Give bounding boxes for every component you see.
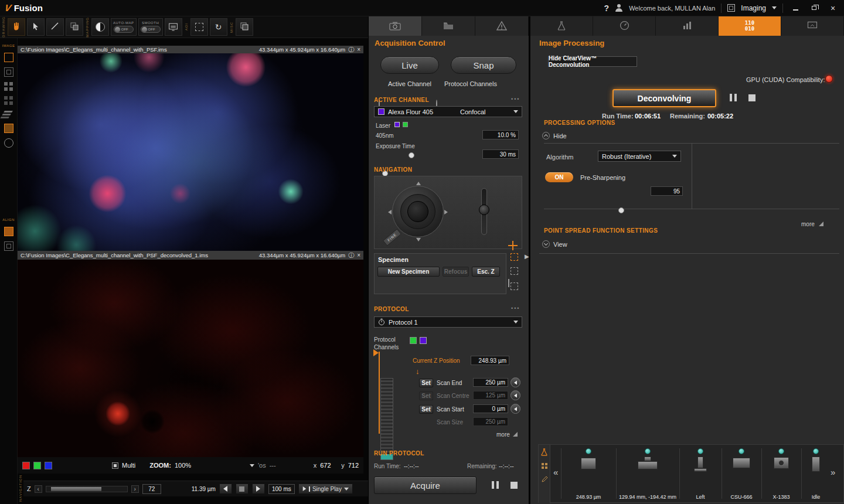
tab-acquisition[interactable] [369,16,422,36]
refocus-button[interactable]: Refocus [443,267,469,277]
display-levels-button[interactable] [165,18,182,36]
hide-clearview-button[interactable]: Hide ClearView™ Deconvolution [548,56,637,67]
viewport1-image[interactable] [18,53,363,251]
devices-scroll-right[interactable]: » [831,467,835,477]
scan-end-set-button[interactable]: Set [419,379,433,387]
scan-end-goto-button[interactable] [511,377,520,387]
tab-histogram[interactable] [656,16,719,36]
viewport2-info-icon[interactable]: ⓘ [348,251,354,260]
hand-tool-button[interactable] [8,18,25,36]
red-channel-swatch[interactable] [22,462,30,469]
smooth-toggle[interactable]: SMOOTH OFF [138,18,163,36]
zoom-value[interactable]: 100% [175,462,191,469]
auto-map-switch[interactable]: OFF [114,26,134,33]
acquire-pause-button[interactable] [492,481,499,489]
escape-z-button[interactable]: Esc. Z [472,267,500,277]
hide-options-icon[interactable] [542,132,550,139]
workspace-dropdown-arrow[interactable] [772,6,777,9]
restore-button[interactable] [808,3,821,13]
device-filter-wheel[interactable]: X-1383 [763,448,800,500]
edit-tool-icon[interactable] [541,476,548,484]
fine-mode-flag[interactable]: FINE [383,229,401,246]
laser-purple-swatch[interactable] [394,122,400,127]
scan-start-goto-button[interactable] [511,404,520,414]
joystick-down-arrow[interactable] [416,238,421,241]
view-psf-icon[interactable] [542,240,550,248]
roi-frame-icon[interactable] [511,253,518,261]
presharpening-toggle[interactable]: ON [545,172,573,182]
viewport1-info-icon[interactable]: ⓘ [348,46,354,54]
xy-joystick[interactable] [392,186,444,237]
z-jog-knob[interactable] [479,205,489,215]
z-index-value[interactable]: 72 [142,484,161,494]
z-slider-handle[interactable] [51,487,101,491]
blue-channel-swatch[interactable] [45,462,52,469]
devices-scroll-left[interactable]: « [553,467,558,477]
roi-frame2-icon[interactable] [511,267,518,275]
z-play-backward-button[interactable] [219,483,232,494]
aoi-select-button[interactable] [190,18,208,36]
view-rotate-button[interactable] [4,138,13,148]
active-channel-menu-icon[interactable]: ••• [511,96,520,102]
psf-more-link[interactable]: more [801,221,815,227]
scan-end-value[interactable]: 250 µm [473,378,508,387]
acquire-button[interactable]: Acquire [374,476,477,494]
line-tool-button[interactable] [46,18,64,36]
tab-display-export[interactable] [781,16,844,36]
tab-sample[interactable] [530,16,593,36]
view-3d-button[interactable] [4,124,13,133]
layout-tool-icon[interactable] [541,462,548,471]
joystick-knob[interactable] [407,201,428,222]
presharpening-knob[interactable] [618,207,624,213]
laser-power-knob[interactable] [409,152,414,158]
snap-button[interactable]: Snap [451,56,516,74]
psf-more-triangle-icon[interactable] [819,222,823,226]
laser-power-value[interactable]: 10.0 % [482,130,519,139]
scan-start-value[interactable]: 0 µm [473,404,508,413]
panel-collapse-arrow[interactable]: ▶ [525,253,529,260]
protocol-more-link[interactable]: more [496,431,510,438]
more-triangle-icon[interactable] [513,432,518,437]
acquire-stop-button[interactable] [511,482,518,489]
live-button[interactable]: Live [380,56,439,74]
auto-map-toggle[interactable]: AUTO-MAP OFF [111,18,137,36]
z-slider[interactable] [46,486,128,492]
view-single-button[interactable] [4,53,13,62]
deconvolve-stop-button[interactable] [748,94,755,101]
joystick-up-arrow[interactable] [416,182,421,185]
protocol-purple-channel-swatch[interactable] [420,337,427,344]
pointer-tool-button[interactable] [27,18,45,36]
protocol-channels-radio-label[interactable]: Protocol Channels [444,80,497,87]
view-psf-label[interactable]: View [553,241,567,248]
tab-files[interactable] [422,16,475,36]
help-icon[interactable]: ? [604,4,610,13]
view-multigrid-button[interactable] [4,96,13,105]
aoi-rotate-button[interactable]: ↻ [210,18,227,36]
new-specimen-button[interactable]: New Specimen [377,267,440,277]
device-csu[interactable]: CSU-666 [723,448,760,500]
active-channel-radio-label[interactable]: Active Channel [388,80,431,87]
z-play-forward-button[interactable] [252,483,265,494]
frame-interval-value[interactable]: 100 ms [268,484,295,494]
copy-view-button[interactable] [236,18,253,36]
protocol-selector[interactable]: Protocol 1 [374,316,522,328]
z-range-flag-icon[interactable] [373,349,379,356]
smooth-switch[interactable]: OFF [141,26,161,33]
viewport1-close-icon[interactable]: × [357,46,360,53]
exposure-value[interactable]: 30 ms [482,149,519,159]
z-step-down-button[interactable]: ‹ [35,485,42,493]
scan-centre-set-button[interactable]: Set [419,391,433,400]
z-step-up-button[interactable]: › [131,485,139,493]
viewport2-image[interactable] [18,260,363,457]
laser-green-swatch[interactable] [403,122,408,127]
scan-centre-goto-button[interactable] [511,390,520,400]
tab-warnings[interactable] [475,16,529,36]
align-frame-button[interactable] [4,241,13,251]
zoom-dropdown-arrow[interactable] [250,464,254,467]
roi-crosshair-icon[interactable] [511,282,518,290]
deconvolving-button[interactable]: Deconvolving [612,89,716,107]
scan-start-set-button[interactable]: Set [419,405,433,414]
protocol-menu-icon[interactable]: ••• [511,305,520,311]
z-stack-visualization[interactable] [380,378,393,460]
device-z-stage[interactable]: 248.93 µm [562,448,615,500]
